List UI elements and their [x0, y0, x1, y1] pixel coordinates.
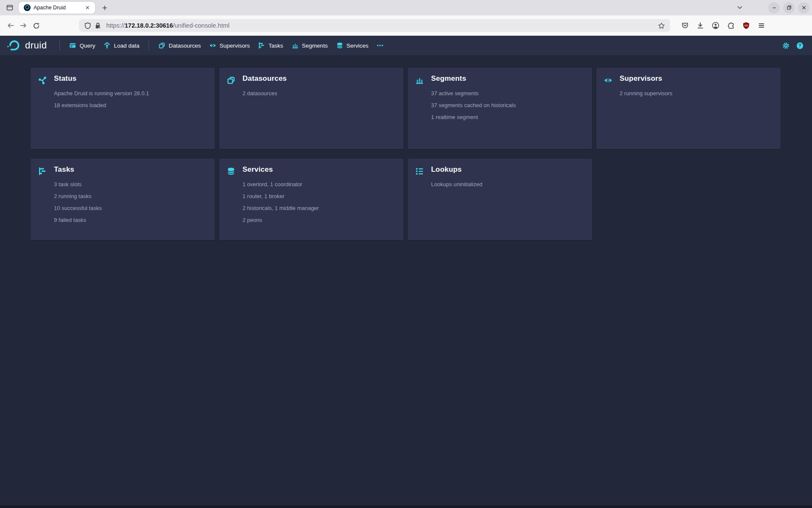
ublock-icon[interactable]: UO: [742, 21, 751, 30]
card-title: Datasources: [242, 74, 396, 84]
nav-item-more[interactable]: [372, 40, 388, 51]
settings-gear-icon[interactable]: [782, 42, 789, 49]
card-line: 3 task slots: [54, 179, 207, 190]
card-services[interactable]: Services1 overlord, 1 coordinator1 route…: [219, 159, 403, 240]
url-text: https://172.18.0.2:30616/unified-console…: [106, 22, 657, 29]
firefox-view-icon[interactable]: [3, 2, 16, 14]
nav-item-supervisors[interactable]: Supervisors: [205, 40, 254, 51]
nav-item-label: Query: [79, 43, 95, 49]
card-lines: Lookups uninitialized: [431, 179, 584, 190]
card-line: 37 segments cached on historicals: [431, 99, 584, 111]
card-title: Lookups: [431, 165, 584, 175]
card-lines: 37 active segments37 segments cached on …: [431, 88, 584, 123]
reload-icon[interactable]: [30, 19, 42, 32]
tab-list-chevron-icon[interactable]: [734, 2, 745, 13]
browser-tab[interactable]: Apache Druid: [19, 2, 95, 14]
nav-item-label: Services: [347, 43, 369, 49]
druid-logo[interactable]: druid: [6, 40, 47, 51]
bar-chart-icon: [292, 42, 299, 49]
card-status[interactable]: StatusApache Druid is running version 28…: [31, 68, 215, 149]
svg-text:?: ?: [798, 43, 801, 48]
card-line: 2 peons: [242, 214, 396, 226]
lock-warning-icon[interactable]: [93, 21, 102, 30]
nav-item-datasources[interactable]: Datasources: [154, 40, 205, 51]
card-segments[interactable]: Segments37 active segments37 segments ca…: [408, 68, 592, 149]
extensions-icon[interactable]: [726, 21, 736, 30]
card-lines: Apache Druid is running version 28.0.118…: [54, 88, 207, 111]
multi-panel-icon: [227, 76, 235, 85]
druid-logo-icon: [6, 40, 22, 51]
restore-icon[interactable]: [783, 2, 795, 14]
navbar-divider: [59, 40, 60, 51]
url-bar[interactable]: https://172.18.0.2:30616/unified-console…: [79, 19, 670, 32]
card-line: 10 successful tasks: [54, 202, 207, 214]
url-path: /unified-console.html: [173, 22, 229, 29]
nav-item-query[interactable]: Query: [65, 40, 99, 51]
new-tab-icon[interactable]: [99, 2, 110, 14]
nav-item-tasks[interactable]: Tasks: [254, 40, 288, 51]
nav-item-load-data[interactable]: Load data: [99, 40, 144, 51]
minimize-icon[interactable]: [768, 2, 780, 14]
home-view: StatusApache Druid is running version 28…: [0, 55, 812, 240]
back-icon[interactable]: [4, 19, 17, 32]
card-line: Apache Druid is running version 28.0.1: [54, 88, 207, 99]
nav-item-segments[interactable]: Segments: [288, 40, 332, 51]
nav-item-label: Load data: [114, 43, 139, 49]
nav-item-label: Datasources: [169, 43, 201, 49]
window-close-icon[interactable]: [798, 2, 809, 14]
menu-icon[interactable]: [757, 21, 766, 30]
card-line: 2 running supervisors: [620, 88, 773, 99]
tab-title: Apache Druid: [34, 5, 83, 11]
eye-icon: [209, 42, 216, 49]
bottom-strip: [0, 505, 812, 508]
graph-icon: [38, 76, 47, 85]
gantt-icon: [258, 42, 265, 49]
browser-tab-strip: Apache Druid: [0, 0, 812, 15]
star-icon[interactable]: [657, 21, 666, 30]
card-title: Status: [54, 74, 207, 84]
card-supervisors[interactable]: Supervisors2 running supervisors: [596, 68, 781, 149]
eye-icon: [604, 76, 612, 85]
card-line: 2 historicals, 1 middle manager: [242, 202, 396, 214]
card-lines: 2 running supervisors: [620, 88, 773, 99]
druid-favicon: [24, 4, 31, 11]
navbar-divider: [149, 40, 149, 51]
nav-item-label: Supervisors: [220, 43, 250, 49]
card-lookups[interactable]: LookupsLookups uninitialized: [408, 159, 592, 240]
card-line: 1 realtime segment: [431, 111, 584, 123]
shield-icon[interactable]: [83, 21, 92, 30]
forward-icon[interactable]: [17, 19, 30, 32]
browser-toolbar: https://172.18.0.2:30616/unified-console…: [0, 15, 812, 36]
card-title: Segments: [431, 74, 584, 84]
card-lines: 1 overlord, 1 coordinator1 router, 1 bro…: [242, 179, 396, 226]
pocket-icon[interactable]: [680, 21, 690, 30]
brand-text: druid: [25, 40, 47, 51]
card-tasks[interactable]: Tasks3 task slots2 running tasks10 succe…: [31, 159, 215, 240]
database-icon: [336, 42, 343, 49]
nav-item-services[interactable]: Services: [332, 40, 373, 51]
help-icon[interactable]: ?: [796, 42, 804, 49]
svg-text:UO: UO: [744, 24, 748, 27]
multi-panel-icon: [158, 42, 165, 49]
url-host: 172.18.0.2:30616: [125, 22, 173, 29]
card-line: 9 failed tasks: [54, 214, 207, 226]
navbar-items: QueryLoad dataDatasourcesSupervisorsTask…: [65, 40, 388, 51]
account-icon[interactable]: [711, 21, 720, 30]
cards-grid: StatusApache Druid is running version 28…: [31, 68, 812, 240]
application-icon: [69, 42, 76, 49]
upload-icon: [104, 42, 110, 49]
card-datasources[interactable]: Datasources2 datasources: [219, 68, 403, 149]
gantt-icon: [38, 167, 47, 176]
database-icon: [227, 167, 235, 176]
download-icon[interactable]: [696, 21, 705, 30]
more-icon: [377, 42, 383, 49]
url-prefix: https://: [106, 22, 125, 29]
properties-icon: [415, 167, 424, 176]
card-line: 1 router, 1 broker: [242, 190, 396, 202]
nav-item-label: Tasks: [268, 43, 283, 49]
card-title: Supervisors: [620, 74, 773, 84]
card-lines: 2 datasources: [242, 88, 396, 99]
tab-close-icon[interactable]: [83, 3, 92, 12]
card-title: Services: [242, 165, 396, 175]
nav-item-label: Segments: [302, 43, 328, 49]
